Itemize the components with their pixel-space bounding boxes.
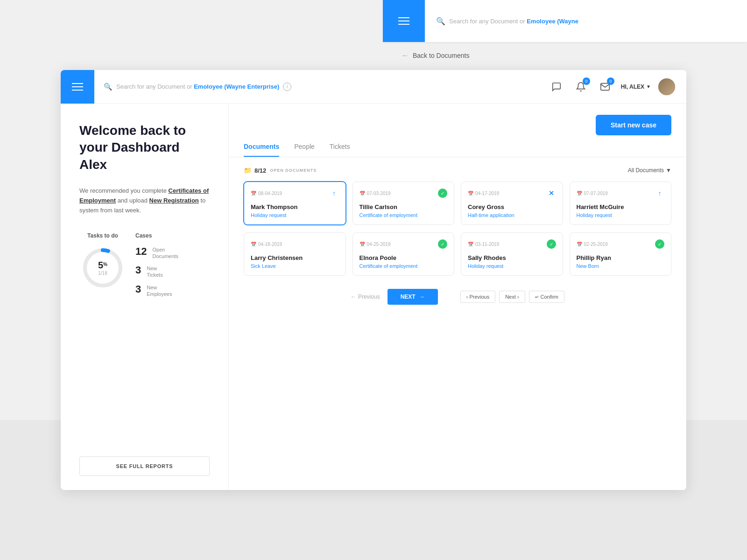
card-date: 📅 04-17-2019 — [468, 191, 499, 196]
card-name: Sally Rhodes — [468, 254, 556, 261]
docs-count-area: 📁 8/12 OPEN DOCUMENTS — [244, 167, 317, 174]
cards-row-2: 📅 04-18-2019 Larry Christensen Sick Leav… — [244, 232, 671, 276]
doc-card-corey-gross[interactable]: 📅 04-17-2019 ✕ Corey Gross Half-time app… — [461, 182, 563, 225]
open-docs-desc: Open Documents — [152, 246, 178, 260]
chevron-down-icon: ▼ — [666, 167, 671, 174]
card-name: Phillip Ryan — [577, 254, 665, 261]
main-window: 🔍 Search for any Document or Emoloyee (W… — [61, 70, 686, 490]
arrow-right-icon: › — [517, 294, 519, 300]
donut-percent: 5% — [98, 260, 107, 271]
card-date: 📅 03-11-2019 — [468, 242, 499, 247]
card-date: 📅 07-07-2019 — [577, 191, 608, 196]
next-button[interactable]: NEXT → — [388, 289, 438, 305]
back-search-text: Search for any Document or Emoloyee (Way… — [449, 18, 578, 25]
back-topbar: 🔍 Search for any Document or Emoloyee (W… — [383, 0, 747, 42]
new-tickets-count: 3 — [135, 265, 141, 275]
search-bar[interactable]: 🔍 Search for any Document or Emoloyee (W… — [94, 83, 537, 91]
topbar-actions: 0 0 HI, ALEX ▼ — [537, 78, 686, 95]
new-tickets-stat: 3 New Tickets — [135, 265, 210, 279]
upload-icon: ↑ — [330, 189, 339, 198]
card-date: 📅 08-04-2019 — [251, 191, 282, 196]
card-date: 📅 04-25-2019 — [359, 242, 391, 247]
card-type: Sick Leave — [251, 263, 339, 269]
doc-card-phillip-ryan[interactable]: 📅 02-25-2019 ✓ Phillip Ryan New Born — [570, 232, 672, 276]
card-name: Corey Gross — [468, 203, 556, 210]
mail-badge: 0 — [607, 77, 614, 85]
search-icon: 🔍 — [104, 83, 113, 91]
avatar[interactable] — [658, 78, 675, 95]
arrow-left-icon: ← — [402, 51, 409, 60]
bell-badge: 0 — [583, 77, 590, 85]
card-type: Certificate of employment — [359, 212, 448, 218]
doc-card-sally-rhodes[interactable]: 📅 03-11-2019 ✓ Sally Rhodes Holiday requ… — [461, 232, 563, 276]
search-placeholder: Search for any Document or Emoloyee (Way… — [116, 83, 279, 90]
enter-icon: ↵ — [535, 294, 539, 300]
upload-icon: ↑ — [655, 189, 664, 198]
check-icon: ✓ — [438, 189, 447, 198]
info-icon[interactable]: i — [283, 83, 291, 91]
right-top: Start new case — [229, 104, 686, 135]
tab-people[interactable]: People — [294, 143, 315, 157]
arrow-right-icon: → — [419, 294, 425, 300]
new-registration-link[interactable]: New Registration — [149, 197, 199, 204]
next2-button[interactable]: Next › — [499, 291, 525, 303]
open-docs-count: 12 — [135, 246, 147, 257]
docs-header: 📁 8/12 OPEN DOCUMENTS All Documents ▼ — [244, 167, 671, 174]
card-name: Elnora Poole — [359, 254, 448, 261]
menu-button[interactable] — [61, 70, 94, 104]
left-panel: Welcome back to your Dashboard Alex We r… — [61, 104, 229, 490]
user-menu[interactable]: HI, ALEX ▼ — [621, 84, 651, 90]
back-to-documents[interactable]: ← Back to Documents — [402, 51, 469, 60]
search-icon: 🔍 — [436, 17, 445, 26]
doc-card-larry-christensen[interactable]: 📅 04-18-2019 Larry Christensen Sick Leav… — [244, 232, 346, 276]
prev-next-group: ‹ Previous Next › ↵ Confirm — [460, 291, 564, 303]
topbar: 🔍 Search for any Document or Emoloyee (W… — [61, 70, 686, 104]
open-docs-label: OPEN DOCUMENTS — [270, 168, 317, 173]
start-new-case-button[interactable]: Start new case — [596, 115, 671, 135]
chevron-down-icon: ▼ — [646, 84, 651, 89]
doc-card-harriett-mcguire[interactable]: 📅 07-07-2019 ↑ Harriett McGuire Holiday … — [570, 182, 672, 225]
check-icon: ✓ — [438, 239, 447, 249]
mail-button[interactable]: 0 — [597, 78, 613, 95]
tab-documents[interactable]: Documents — [244, 143, 279, 157]
docs-filter-dropdown[interactable]: All Documents ▼ — [628, 167, 671, 174]
doc-card-elnora-poole[interactable]: 📅 04-25-2019 ✓ Elnora Poole Certificate … — [352, 232, 455, 276]
hamburger-icon — [72, 83, 83, 91]
card-name: Tillie Carlson — [359, 203, 448, 210]
card-date: 📅 07-03-2019 — [359, 191, 391, 196]
check-icon: ✓ — [547, 239, 556, 249]
documents-area: 📁 8/12 OPEN DOCUMENTS All Documents ▼ — [229, 157, 686, 490]
card-type: Holiday request — [251, 212, 339, 218]
previous-link[interactable]: ← Previous — [351, 294, 380, 300]
see-reports-button[interactable]: SEE FULL REPORTS — [79, 456, 210, 476]
new-tickets-desc: New Tickets — [147, 265, 162, 279]
new-employees-desc: New Employees — [147, 284, 172, 298]
notifications-button[interactable]: 0 — [572, 78, 589, 95]
main-content: Welcome back to your Dashboard Alex We r… — [61, 104, 686, 490]
new-employees-stat: 3 New Employees — [135, 284, 210, 298]
back-search-area[interactable]: 🔍 Search for any Document or Emoloyee (W… — [425, 17, 747, 26]
card-type: Certificate of employment — [359, 263, 448, 269]
pagination-row: ← Previous NEXT → ‹ Previous Next — [244, 283, 671, 312]
cases-area: Cases 12 Open Documents 3 New Tickets — [135, 232, 210, 303]
chat-button[interactable] — [548, 78, 565, 95]
cases-label: Cases — [135, 232, 210, 239]
tab-tickets[interactable]: Tickets — [330, 143, 350, 157]
new-employees-count: 3 — [135, 284, 141, 294]
confirm-button[interactable]: ↵ Confirm — [529, 291, 565, 303]
card-type: New Born — [577, 263, 665, 269]
arrow-left-icon: ‹ — [466, 294, 468, 300]
x-icon: ✕ — [547, 189, 556, 198]
prev2-button[interactable]: ‹ Previous — [460, 291, 496, 303]
hamburger-icon — [398, 17, 409, 25]
welcome-description: We recommended you complete Certificates… — [79, 186, 210, 215]
doc-card-mark-thompson[interactable]: 📅 08-04-2019 ↑ Mark Thompson Holiday req… — [244, 182, 346, 225]
cards-row-1: 📅 08-04-2019 ↑ Mark Thompson Holiday req… — [244, 182, 671, 225]
donut-chart: 5% 1/18 — [79, 245, 126, 291]
donut-fraction: 1/18 — [98, 271, 107, 276]
card-name: Mark Thompson — [251, 203, 339, 210]
doc-card-tillie-carlson[interactable]: 📅 07-03-2019 ✓ Tillie Carlson Certificat… — [352, 182, 455, 225]
arrow-left-icon: ← — [351, 294, 356, 300]
tasks-donut: Tasks to do 5% 1/18 — [79, 232, 126, 303]
back-menu-button[interactable] — [383, 0, 425, 42]
